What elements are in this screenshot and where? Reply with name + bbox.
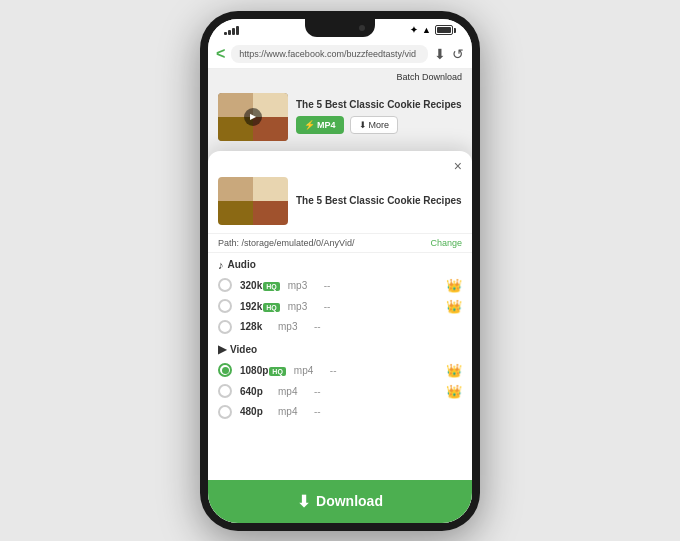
hq-badge-192k: HQ bbox=[263, 303, 280, 312]
audio-format-128k[interactable]: 128k mp3 -- bbox=[218, 317, 462, 337]
batch-download-label: Batch Download bbox=[396, 72, 462, 82]
path-text: Path: /storage/emulated/0/AnyVid/ bbox=[218, 238, 354, 248]
audio-icon: ♪ bbox=[218, 259, 224, 271]
size-640p: -- bbox=[314, 386, 438, 397]
mp4-button[interactable]: ⚡ MP4 bbox=[296, 116, 344, 134]
type-640p: mp4 bbox=[278, 386, 306, 397]
batch-download-bar[interactable]: Batch Download bbox=[208, 69, 472, 85]
size-480p: -- bbox=[314, 406, 462, 417]
type-192k: mp3 bbox=[288, 301, 316, 312]
quality-640p: 640p bbox=[240, 386, 270, 397]
size-128k: -- bbox=[314, 321, 462, 332]
video-format-480p[interactable]: 480p mp4 -- bbox=[218, 402, 462, 422]
audio-format-320k[interactable]: 320kHQ mp3 -- 👑 bbox=[218, 275, 462, 296]
format-modal: × The 5 Best Classic Cookie Recipes Path… bbox=[208, 151, 472, 523]
url-input[interactable]: https://www.facebook.com/buzzfeedtasty/v… bbox=[231, 45, 428, 63]
modal-thumbnail bbox=[218, 177, 288, 225]
radio-192k[interactable] bbox=[218, 299, 232, 313]
size-192k: -- bbox=[324, 301, 438, 312]
premium-crown-320k: 👑 bbox=[446, 278, 462, 293]
audio-format-192k[interactable]: 192kHQ mp3 -- 👑 bbox=[218, 296, 462, 317]
modal-video-row: The 5 Best Classic Cookie Recipes bbox=[208, 177, 472, 233]
battery-icon bbox=[435, 25, 456, 35]
quality-320k: 320kHQ bbox=[240, 280, 280, 291]
back-button[interactable]: < bbox=[216, 45, 225, 63]
premium-crown-1080p: 👑 bbox=[446, 363, 462, 378]
quality-1080p: 1080pHQ bbox=[240, 365, 286, 376]
download-button[interactable]: ⬇ Download bbox=[208, 480, 472, 523]
radio-640p[interactable] bbox=[218, 384, 232, 398]
url-bar: < https://www.facebook.com/buzzfeedtasty… bbox=[208, 40, 472, 69]
bluetooth-icon: ✦ bbox=[410, 25, 418, 35]
refresh-icon[interactable]: ↺ bbox=[452, 46, 464, 62]
quality-192k: 192kHQ bbox=[240, 301, 280, 312]
quality-128k: 128k bbox=[240, 321, 270, 332]
download-more-icon: ⬇ bbox=[359, 120, 367, 130]
audio-section: ♪ Audio 320kHQ mp3 -- 👑 192kHQ mp3 -- 👑 bbox=[208, 253, 472, 337]
radio-480p[interactable] bbox=[218, 405, 232, 419]
modal-video-title: The 5 Best Classic Cookie Recipes bbox=[296, 195, 462, 206]
quality-480p: 480p bbox=[240, 406, 270, 417]
play-button-icon[interactable]: ▶ bbox=[244, 108, 262, 126]
video-section-header: ▶ Video bbox=[218, 343, 462, 356]
url-icons: ⬇ ↺ bbox=[434, 46, 464, 62]
premium-crown-640p: 👑 bbox=[446, 384, 462, 399]
path-row: Path: /storage/emulated/0/AnyVid/ Change bbox=[208, 233, 472, 253]
type-1080p: mp4 bbox=[294, 365, 322, 376]
size-320k: -- bbox=[324, 280, 438, 291]
radio-128k[interactable] bbox=[218, 320, 232, 334]
video-info: The 5 Best Classic Cookie Recipes ⚡ MP4 … bbox=[296, 99, 462, 134]
radio-1080p[interactable] bbox=[218, 363, 232, 377]
change-path-button[interactable]: Change bbox=[430, 238, 462, 248]
modal-header: × bbox=[208, 151, 472, 177]
more-button[interactable]: ⬇ More bbox=[350, 116, 399, 134]
status-left bbox=[224, 26, 239, 35]
download-button-icon: ⬇ bbox=[297, 492, 310, 511]
premium-crown-192k: 👑 bbox=[446, 299, 462, 314]
radio-320k[interactable] bbox=[218, 278, 232, 292]
download-button-label: Download bbox=[316, 493, 383, 509]
wifi-icon: ▲ bbox=[422, 25, 431, 35]
type-480p: mp4 bbox=[278, 406, 306, 417]
hq-badge-1080p: HQ bbox=[269, 367, 286, 376]
audio-section-header: ♪ Audio bbox=[218, 259, 462, 271]
video-actions: ⚡ MP4 ⬇ More bbox=[296, 116, 462, 134]
video-icon: ▶ bbox=[218, 343, 226, 356]
close-button[interactable]: × bbox=[454, 159, 462, 173]
size-1080p: -- bbox=[330, 365, 438, 376]
status-right: ✦ ▲ bbox=[410, 25, 456, 35]
hq-badge-320k: HQ bbox=[263, 282, 280, 291]
video-format-640p[interactable]: 640p mp4 -- 👑 bbox=[218, 381, 462, 402]
phone-screen: 9:41 ✦ ▲ < https://www.facebook.com/buzz… bbox=[208, 19, 472, 523]
video-section: ▶ Video 1080pHQ mp4 -- 👑 640p mp4 - bbox=[208, 337, 472, 422]
signal-icon bbox=[224, 26, 239, 35]
type-320k: mp3 bbox=[288, 280, 316, 291]
type-128k: mp3 bbox=[278, 321, 306, 332]
video-title: The 5 Best Classic Cookie Recipes bbox=[296, 99, 462, 110]
phone-notch bbox=[305, 19, 375, 37]
video-card: ▶ The 5 Best Classic Cookie Recipes ⚡ MP… bbox=[208, 85, 472, 149]
download-url-icon[interactable]: ⬇ bbox=[434, 46, 446, 62]
video-format-1080p[interactable]: 1080pHQ mp4 -- 👑 bbox=[218, 360, 462, 381]
video-thumbnail: ▶ bbox=[218, 93, 288, 141]
phone-frame: 9:41 ✦ ▲ < https://www.facebook.com/buzz… bbox=[200, 11, 480, 531]
lightning-icon: ⚡ bbox=[304, 120, 315, 130]
